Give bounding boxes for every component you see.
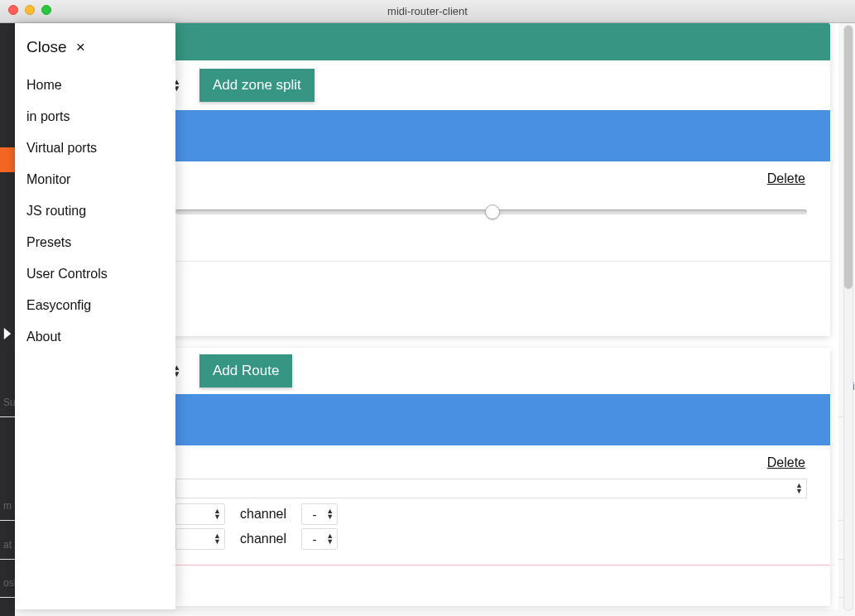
stepper-icon: ▲▼ — [326, 508, 334, 520]
route-row-2-channel-label: channel — [240, 532, 286, 546]
sidebar-item-home[interactable]: Home — [23, 70, 175, 101]
select-value: - — [313, 532, 317, 546]
add-zone-split-button[interactable]: Add zone split — [199, 69, 315, 102]
window-title: midi-router-client — [387, 5, 468, 17]
route-destination-select[interactable]: ▲▼ — [175, 479, 807, 498]
slider-track — [175, 209, 807, 214]
select-value: - — [313, 508, 317, 522]
sidebar-close-label: Close — [26, 38, 67, 55]
route-divider — [175, 565, 830, 565]
titlebar: midi-router-client — [0, 0, 855, 23]
sidebar-item-monitor[interactable]: Monitor — [23, 164, 175, 195]
background-left-strip — [0, 23, 15, 616]
route-row-2-channel-select[interactable]: - ▲▼ — [301, 528, 338, 550]
route-row-1-channel-label: channel — [240, 507, 286, 522]
route-delete-link[interactable]: Delete — [767, 450, 807, 479]
window-zoom-icon[interactable] — [41, 5, 51, 15]
chevron-right-icon — [0, 321, 15, 346]
window-controls — [8, 5, 51, 15]
route-row-2: ▲▼ channel - ▲▼ — [175, 528, 807, 550]
sidebar-item-virtual-ports[interactable]: Virtual ports — [23, 132, 175, 164]
sidebar-drawer: Close × Home in ports Virtual ports Moni… — [15, 23, 175, 609]
slider-thumb[interactable] — [485, 205, 500, 219]
close-icon: × — [76, 38, 85, 55]
window-close-icon[interactable] — [8, 5, 18, 15]
route-row-2-port-select[interactable]: ▲▼ — [175, 528, 225, 550]
stepper-icon: ▲▼ — [214, 508, 221, 520]
window-minimize-icon[interactable] — [25, 5, 35, 15]
route-row-1-port-select[interactable]: ▲▼ — [175, 503, 225, 525]
sidebar-item-user-controls[interactable]: User Controls — [23, 258, 175, 290]
sidebar-item-js-routing[interactable]: JS routing — [23, 195, 175, 227]
stepper-icon: ▲▼ — [795, 483, 803, 494]
app-surface: ▲ ▼ Add zone split Delete ▲ ▼ Add Route — [15, 23, 838, 609]
sidebar-item-presets[interactable]: Presets — [23, 227, 175, 258]
divider — [175, 261, 830, 262]
route-row-1: ▲▼ channel - ▲▼ — [175, 503, 807, 525]
sidebar-item-about[interactable]: About — [23, 321, 175, 353]
zone-split-slider[interactable] — [175, 195, 807, 223]
stepper-icon: ▲▼ — [214, 533, 221, 545]
vertical-scrollbar[interactable] — [843, 25, 853, 611]
route-row-1-channel-select[interactable]: - ▲▼ — [301, 503, 338, 525]
add-route-button[interactable]: Add Route — [199, 354, 292, 387]
sidebar-item-easyconfig[interactable]: Easyconfig — [23, 290, 175, 321]
sidebar-item-in-ports[interactable]: in ports — [23, 101, 175, 132]
scrollbar-thumb[interactable] — [844, 26, 853, 289]
stepper-icon: ▲▼ — [326, 533, 334, 545]
sidebar-close-button[interactable]: Close × — [23, 38, 175, 70]
zone-delete-link[interactable]: Delete — [767, 166, 807, 195]
background-orange-marker — [0, 147, 15, 172]
